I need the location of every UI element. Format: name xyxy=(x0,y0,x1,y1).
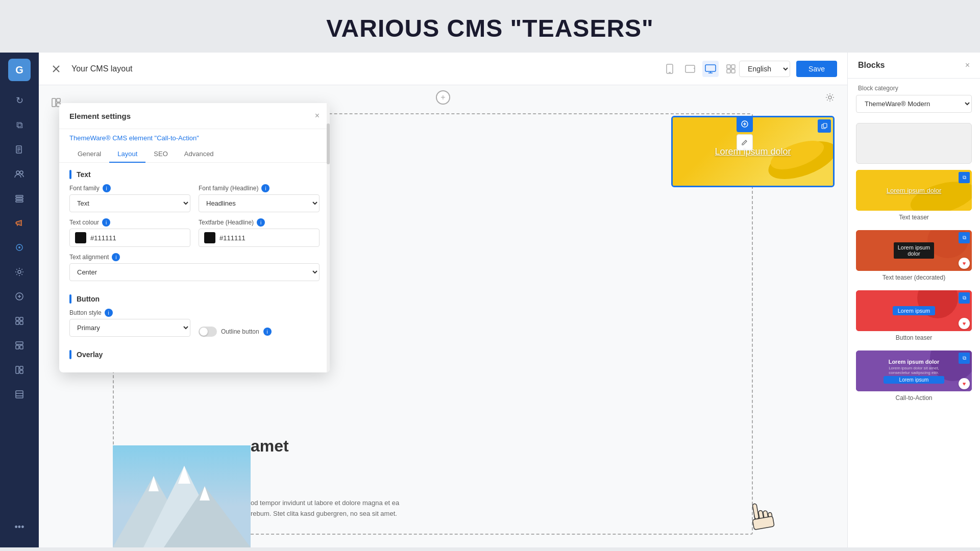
mobile-icon[interactable] xyxy=(662,61,678,77)
blocks-list: Lorem ipsum dolor ⧉ Text teaser Lorem ip… xyxy=(848,119,980,547)
block-label-text-teaser-dec: Text teaser (decorated) xyxy=(856,273,972,284)
font-family-headline-info-icon[interactable]: i xyxy=(261,184,270,192)
left-sidebar: G ↻ ⧉ xyxy=(0,53,39,547)
textfarbe-info-icon[interactable]: i xyxy=(257,218,265,227)
svg-rect-17 xyxy=(20,317,23,320)
svg-rect-8 xyxy=(16,201,23,202)
svg-rect-42 xyxy=(52,98,56,107)
cta-preview-title: Lorem ipsum dolor xyxy=(884,359,944,365)
sidebar-item-announcements[interactable] xyxy=(8,212,31,234)
textfarbe-picker[interactable]: #111111 xyxy=(199,229,320,247)
block-heart-icon-3[interactable]: ♥ xyxy=(959,378,970,389)
textfarbe-group: Textfarbe (Headline) i #111111 xyxy=(199,218,320,247)
button-style-select[interactable]: Primary xyxy=(69,319,190,337)
canvas-settings-button[interactable] xyxy=(823,90,837,105)
svg-point-4 xyxy=(16,171,19,174)
svg-rect-6 xyxy=(16,195,23,197)
device-icons xyxy=(662,61,739,77)
tab-layout[interactable]: Layout xyxy=(109,146,145,163)
sidebar-item-grid4[interactable] xyxy=(8,383,31,406)
block-copy-icon-0[interactable]: ⧉ xyxy=(959,172,970,183)
svg-rect-39 xyxy=(731,65,735,68)
sidebar-item-settings[interactable] xyxy=(8,261,31,283)
blocks-category-label: Block category xyxy=(848,79,980,95)
block-heart-icon-2[interactable]: ♥ xyxy=(959,318,970,329)
sidebar-item-grid3[interactable] xyxy=(8,359,31,381)
block-heart-icon-1[interactable]: ♥ xyxy=(959,258,970,269)
cta-preview-btn: Lorem ipsum xyxy=(884,376,944,384)
outline-info-icon[interactable]: i xyxy=(263,328,272,336)
sidebar-item-documents[interactable] xyxy=(8,138,31,161)
block-copy-icon-3[interactable]: ⧉ xyxy=(959,353,970,364)
svg-rect-49 xyxy=(823,123,827,128)
block-item-cta[interactable]: Lorem ipsum dolor Lorem ipsum dolor sit … xyxy=(856,350,972,405)
desktop-icon[interactable] xyxy=(702,61,719,77)
block-item-button-teaser[interactable]: Lorem ipsum ⧉ ♥ Button teaser xyxy=(856,290,972,344)
blocks-close-button[interactable]: × xyxy=(965,61,970,70)
svg-rect-16 xyxy=(16,317,19,320)
element-settings-dialog: Element settings × ThemeWare® CMS elemen… xyxy=(59,103,330,372)
topbar-right: English Save xyxy=(739,61,837,77)
svg-rect-19 xyxy=(20,321,23,324)
font-family-info-icon[interactable]: i xyxy=(103,184,111,192)
tab-general[interactable]: General xyxy=(69,146,109,163)
text-colour-picker[interactable]: #111111 xyxy=(69,229,190,247)
text-section-header: Text xyxy=(69,163,320,184)
sidebar-item-add[interactable] xyxy=(8,285,31,308)
cta-preview-body: Lorem ipsum dolor sit amet,consectetur s… xyxy=(884,366,944,375)
sidebar-logo[interactable]: G xyxy=(8,59,31,81)
canvas-add-button[interactable]: + xyxy=(436,90,450,105)
text-alignment-select[interactable]: Center xyxy=(69,263,320,281)
font-family-headline-select[interactable]: Headlines xyxy=(199,194,320,212)
svg-rect-33 xyxy=(685,65,695,72)
block-copy-icon-2[interactable]: ⧉ xyxy=(959,292,970,304)
block-label-text-teaser: Text teaser xyxy=(856,213,972,224)
close-button[interactable] xyxy=(49,62,63,76)
font-family-headline-group: Font family (Headline) i Headlines xyxy=(199,184,320,212)
layout-title: Your CMS layout xyxy=(71,64,346,73)
blocks-category-select[interactable]: ThemeWare® Modern xyxy=(856,95,972,113)
sidebar-item-layers[interactable] xyxy=(8,187,31,210)
editor-wrapper: Your CMS layout English S xyxy=(39,53,847,547)
page-title: VARIOUS CMS "TEASERS" xyxy=(0,0,980,53)
svg-rect-21 xyxy=(16,345,19,349)
preview-badge: Lorem ipsum dolor xyxy=(894,242,935,259)
sidebar-more[interactable]: ••• xyxy=(8,519,31,541)
tablet-icon[interactable] xyxy=(682,61,698,77)
svg-rect-22 xyxy=(20,345,23,349)
dialog-tabs: General Layout SEO Advanced xyxy=(59,142,330,163)
block-copy-icon-1[interactable]: ⧉ xyxy=(959,232,970,243)
block-item-text-teaser[interactable]: Lorem ipsum dolor ⧉ Text teaser xyxy=(856,170,972,224)
sidebar-item-pages[interactable]: ⧉ xyxy=(8,114,31,136)
sidebar-item-grid1[interactable] xyxy=(8,310,31,332)
svg-rect-20 xyxy=(16,342,23,344)
tab-advanced[interactable]: Advanced xyxy=(176,146,222,163)
sidebar-item-refresh[interactable]: ↻ xyxy=(8,89,31,112)
sidebar-item-users[interactable] xyxy=(8,163,31,185)
sidebar-item-circle[interactable] xyxy=(8,236,31,259)
banner-preview[interactable]: Lorem ipsum dolor xyxy=(671,116,835,187)
font-family-select[interactable]: Text xyxy=(69,194,190,212)
button-style-info-icon[interactable]: i xyxy=(105,309,113,317)
block-item-text-teaser-dec[interactable]: Lorem ipsum dolor ⧉ ♥ Text teaser (decor… xyxy=(856,230,972,284)
block-label-button-teaser: Button teaser xyxy=(856,333,972,344)
grid-layout-icon[interactable] xyxy=(723,61,739,77)
sidebar-item-grid2[interactable] xyxy=(8,334,31,357)
svg-rect-58 xyxy=(752,504,759,519)
dialog-close-button[interactable]: × xyxy=(315,111,320,120)
svg-rect-43 xyxy=(57,98,60,102)
outline-toggle[interactable] xyxy=(199,327,217,337)
blocks-header: Blocks × xyxy=(848,53,980,79)
alignment-info-icon[interactable]: i xyxy=(112,253,120,261)
editor-topbar: Your CMS layout English S xyxy=(39,53,847,85)
save-button[interactable]: Save xyxy=(796,61,837,77)
canvas-add-element-btn[interactable] xyxy=(737,116,753,132)
text-colour-group: Text colour i #111111 xyxy=(69,218,190,247)
canvas-bottom-heading: amet xyxy=(251,437,289,456)
language-select[interactable]: English xyxy=(739,61,790,77)
tab-seo[interactable]: SEO xyxy=(145,146,176,163)
dialog-title: Element settings xyxy=(69,112,131,120)
svg-rect-25 xyxy=(20,370,23,373)
text-colour-info-icon[interactable]: i xyxy=(102,218,110,227)
banner-copy-icon[interactable] xyxy=(818,119,831,133)
